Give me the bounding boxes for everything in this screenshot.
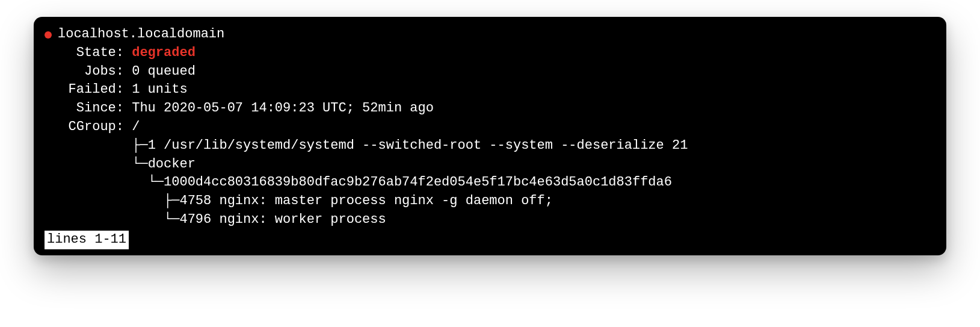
tree-indent xyxy=(45,155,132,174)
field-since: Since: Thu 2020-05-07 14:09:23 UTC; 52mi… xyxy=(45,99,935,118)
field-jobs: Jobs: 0 queued xyxy=(45,63,935,81)
since-value: Thu 2020-05-07 14:09:23 UTC; 52min ago xyxy=(132,99,434,118)
status-dot-icon xyxy=(45,31,52,39)
field-state: State: degraded xyxy=(45,44,935,63)
cgroup-tree-line: └─4796 nginx: worker process xyxy=(45,211,935,229)
tree-indent xyxy=(45,192,132,211)
pager-status-row: lines 1-11 xyxy=(45,229,935,249)
field-label: State xyxy=(45,44,116,63)
field-failed: Failed: 1 units xyxy=(45,81,935,99)
tree-node: ├─1 /usr/lib/systemd/systemd --switched-… xyxy=(132,137,688,155)
cgroup-value: / xyxy=(132,118,140,137)
field-label: Since xyxy=(45,99,116,118)
jobs-value: 0 queued xyxy=(132,63,196,81)
field-separator: : xyxy=(116,99,132,118)
tree-indent xyxy=(45,211,132,229)
field-separator: : xyxy=(116,118,132,137)
tree-node: └─1000d4cc80316839b80dfac9b276ab74f2ed05… xyxy=(132,173,672,192)
hostname: localhost.localdomain xyxy=(58,25,224,44)
field-label: Failed xyxy=(45,81,116,99)
tree-indent xyxy=(45,173,132,192)
state-value: degraded xyxy=(132,44,196,63)
terminal-window[interactable]: localhost.localdomain State: degraded Jo… xyxy=(34,17,946,255)
cgroup-tree-line: ├─4758 nginx: master process nginx -g da… xyxy=(45,192,935,211)
failed-value: 1 units xyxy=(132,81,187,99)
tree-node: └─4796 nginx: worker process xyxy=(132,211,386,229)
pager-status[interactable]: lines 1-11 xyxy=(45,231,129,249)
field-separator: : xyxy=(116,63,132,81)
field-label: CGroup xyxy=(45,118,116,137)
cgroup-tree-line: ├─1 /usr/lib/systemd/systemd --switched-… xyxy=(45,137,935,155)
cgroup-tree-line: └─1000d4cc80316839b80dfac9b276ab74f2ed05… xyxy=(45,173,935,192)
tree-node: ├─4758 nginx: master process nginx -g da… xyxy=(132,192,553,211)
tree-node: └─docker xyxy=(132,155,196,174)
field-separator: : xyxy=(116,44,132,63)
host-line: localhost.localdomain xyxy=(45,25,935,44)
field-cgroup: CGroup: / xyxy=(45,118,935,137)
cgroup-tree-line: └─docker xyxy=(45,155,935,174)
tree-indent xyxy=(45,137,132,155)
field-label: Jobs xyxy=(45,63,116,81)
field-separator: : xyxy=(116,81,132,99)
